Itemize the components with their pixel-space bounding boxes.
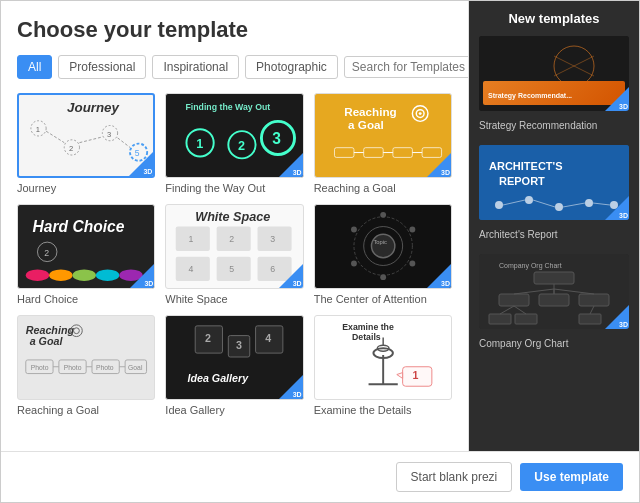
- svg-rect-121: [515, 314, 537, 324]
- badge-3d-text-findingway: 3D: [293, 169, 302, 176]
- svg-text:1: 1: [197, 137, 204, 151]
- filter-all[interactable]: All: [17, 55, 52, 79]
- main-panel: Choose your template All Professional In…: [1, 1, 469, 451]
- svg-marker-92: [396, 373, 402, 379]
- svg-text:2: 2: [230, 234, 235, 244]
- svg-point-102: [525, 196, 533, 204]
- svg-point-65: [74, 328, 80, 334]
- template-label-ideagallery: Idea Gallery: [165, 404, 303, 416]
- svg-line-11: [118, 138, 130, 148]
- badge-3d-text-architect: 3D: [619, 212, 628, 219]
- svg-text:3: 3: [272, 130, 281, 147]
- svg-point-57: [409, 227, 415, 233]
- modal-container: Choose your template All Professional In…: [0, 0, 640, 503]
- svg-text:2: 2: [238, 139, 245, 153]
- svg-rect-122: [579, 314, 601, 324]
- template-label-journey: Journey: [17, 182, 155, 194]
- svg-text:5: 5: [230, 264, 235, 274]
- svg-rect-113: [499, 294, 529, 306]
- template-thumb-journey[interactable]: Journey 1 2 3 5: [17, 93, 155, 178]
- svg-text:1: 1: [189, 234, 194, 244]
- badge-3d-text-centerattn: 3D: [441, 280, 450, 287]
- svg-point-101: [495, 201, 503, 209]
- template-label-whitespace: White Space: [165, 293, 303, 305]
- svg-text:2: 2: [69, 144, 73, 153]
- badge-3d-text-journey: 3D: [143, 168, 152, 175]
- filter-photographic[interactable]: Photographic: [245, 55, 338, 79]
- svg-text:Idea Gallery: Idea Gallery: [188, 372, 250, 384]
- filter-inspirational[interactable]: Inspirational: [152, 55, 239, 79]
- badge-3d-text-reachinggoal: 3D: [441, 169, 450, 176]
- template-item-examinedetails: Examine the Details 1: [314, 315, 452, 416]
- modal-footer: Start blank prezi Use template: [1, 451, 639, 502]
- svg-text:Reaching: Reaching: [344, 105, 397, 118]
- sidebar-label-architect: Architect's Report: [479, 229, 558, 240]
- svg-text:1: 1: [36, 125, 40, 134]
- svg-rect-26: [393, 148, 412, 158]
- sidebar-item-architect[interactable]: ARCHITECT'S REPORT 3D: [479, 145, 629, 242]
- svg-text:3: 3: [236, 339, 242, 351]
- sidebar-item-orgchart[interactable]: Company Org Chart: [479, 254, 629, 351]
- svg-text:4: 4: [266, 332, 272, 344]
- svg-point-104: [585, 199, 593, 207]
- page-title: Choose your template: [17, 17, 452, 43]
- sidebar-title: New templates: [479, 11, 629, 26]
- template-thumb-hardchoice[interactable]: Hard Choice 2 3D: [17, 204, 155, 289]
- template-label-examinedetails: Examine the Details: [314, 404, 452, 416]
- start-blank-button[interactable]: Start blank prezi: [396, 462, 513, 492]
- sidebar-item-strategy[interactable]: Strategy Recommendat... 3D Strategy Reco…: [479, 36, 629, 133]
- badge-3d-text-hardchoice: 3D: [144, 280, 153, 287]
- svg-point-23: [418, 112, 421, 115]
- use-template-button[interactable]: Use template: [520, 463, 623, 491]
- svg-rect-120: [489, 314, 511, 324]
- svg-point-58: [409, 261, 415, 267]
- svg-text:2: 2: [205, 332, 211, 344]
- template-grid: Journey 1 2 3 5: [17, 93, 452, 416]
- svg-text:ARCHITECT'S: ARCHITECT'S: [489, 160, 563, 172]
- svg-text:Hard Choice: Hard Choice: [33, 218, 125, 235]
- modal-body: Choose your template All Professional In…: [1, 1, 639, 451]
- svg-text:REPORT: REPORT: [499, 175, 545, 187]
- svg-text:Examine the: Examine the: [342, 322, 394, 332]
- template-item-hardchoice: Hard Choice 2 3D: [17, 204, 155, 305]
- svg-point-59: [380, 274, 386, 280]
- svg-text:Topic: Topic: [373, 239, 387, 245]
- template-thumb-findingway[interactable]: Finding the Way Out 1 2 3 3D: [165, 93, 303, 178]
- search-wrapper: 🔍: [344, 56, 469, 78]
- template-thumb-reachinggoal2[interactable]: Reaching a Goal Photo Photo Photo: [17, 315, 155, 400]
- svg-point-32: [26, 269, 49, 281]
- badge-3d-text-whitespace: 3D: [293, 280, 302, 287]
- template-label-reachinggoal2: Reaching a Goal: [17, 404, 155, 416]
- template-thumb-examinedetails[interactable]: Examine the Details 1: [314, 315, 452, 400]
- svg-rect-114: [539, 294, 569, 306]
- template-thumb-whitespace[interactable]: White Space 1 2 3 4 5: [165, 204, 303, 289]
- svg-rect-24: [334, 148, 353, 158]
- sidebar-label-orgchart: Company Org Chart: [479, 338, 568, 349]
- template-item-findingway: Finding the Way Out 1 2 3 3D Finding th: [165, 93, 303, 194]
- svg-point-56: [380, 212, 386, 218]
- svg-text:Finding the Way Out: Finding the Way Out: [186, 102, 271, 112]
- svg-point-35: [96, 269, 119, 281]
- sidebar-thumb-orgchart: Company Org Chart: [479, 254, 629, 329]
- template-thumb-ideagallery[interactable]: 2 3 4 Idea Gallery 3D: [165, 315, 303, 400]
- svg-point-33: [49, 269, 72, 281]
- template-label-findingway: Finding the Way Out: [165, 182, 303, 194]
- svg-text:Company Org Chart: Company Org Chart: [499, 262, 562, 270]
- svg-text:3: 3: [107, 130, 111, 139]
- filter-professional[interactable]: Professional: [58, 55, 146, 79]
- svg-point-60: [351, 261, 357, 267]
- svg-line-9: [46, 131, 64, 142]
- svg-point-103: [555, 203, 563, 211]
- template-thumb-reachinggoal[interactable]: Reaching a Goal: [314, 93, 452, 178]
- template-thumb-centerattn[interactable]: Topic 3D: [314, 204, 452, 289]
- template-item-reachinggoal: Reaching a Goal: [314, 93, 452, 194]
- badge-3d-text-ideagallery: 3D: [293, 391, 302, 398]
- svg-text:a Goal: a Goal: [30, 335, 64, 347]
- template-item-journey: Journey 1 2 3 5: [17, 93, 155, 194]
- svg-text:3: 3: [271, 234, 276, 244]
- filter-bar: All Professional Inspirational Photograp…: [17, 55, 452, 79]
- search-input[interactable]: [352, 60, 469, 74]
- svg-rect-25: [363, 148, 382, 158]
- svg-text:1: 1: [412, 369, 418, 381]
- template-label-centerattn: The Center of Attention: [314, 293, 452, 305]
